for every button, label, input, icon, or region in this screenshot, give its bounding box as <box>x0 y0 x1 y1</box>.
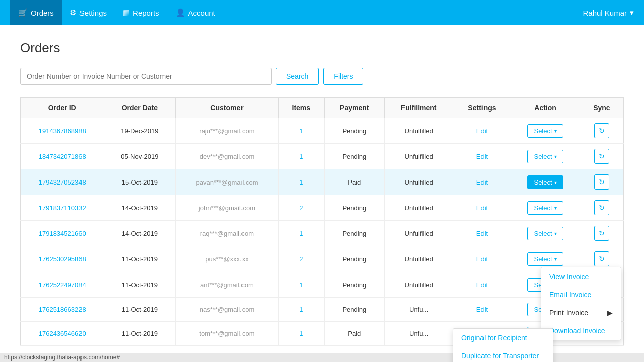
payment-status: Pending <box>324 221 384 246</box>
items-count: 1 <box>278 322 324 346</box>
navbar: 🛒 Orders ⚙ Settings ▦ Reports 👤 Account … <box>0 0 644 25</box>
edit-link[interactable]: Edit <box>476 153 488 160</box>
dropdown-print-invoice-label: Print Invoice <box>549 309 588 317</box>
dropdown-email-invoice[interactable]: Email Invoice <box>541 286 621 304</box>
fulfillment-status: Unfulfilled <box>384 169 453 195</box>
table-container: Order ID Order Date Customer Items Payme… <box>20 97 624 346</box>
edit-link[interactable]: Edit <box>476 230 488 237</box>
sync-button[interactable]: ↻ <box>594 174 609 190</box>
payment-status: Pending <box>324 272 384 298</box>
dropdown-view-invoice[interactable]: View Invoice <box>541 267 621 286</box>
nav-reports[interactable]: ▦ Reports <box>115 0 168 25</box>
table-row: 179183452166014-Oct-2019raq***@gmail.com… <box>21 221 624 246</box>
order-id-link[interactable]: 1794327052348 <box>39 178 86 186</box>
sync-button[interactable]: ↻ <box>594 200 609 215</box>
user-menu[interactable]: Rahul Kumar ▾ <box>583 8 634 17</box>
order-id-link[interactable]: 1762436546620 <box>39 330 86 337</box>
select-button[interactable]: Select ▾ <box>527 201 563 215</box>
col-order-id: Order ID <box>21 98 104 118</box>
items-count: 2 <box>278 246 324 272</box>
select-button[interactable]: Select ▾ <box>527 150 563 163</box>
fulfillment-status: Unfu... <box>384 322 453 346</box>
edit-link[interactable]: Edit <box>476 204 488 212</box>
fulfillment-status: Unfulfilled <box>384 246 453 272</box>
sync-button[interactable]: ↻ <box>594 251 609 266</box>
order-id-link[interactable]: 1791834521660 <box>39 230 86 237</box>
items-count: 1 <box>278 272 324 298</box>
status-url: https://clockstaging.thalia-apps.com/hom… <box>4 354 120 361</box>
submenu-original[interactable]: Original for Recipient <box>453 329 553 347</box>
items-count: 1 <box>278 298 324 322</box>
account-icon: 👤 <box>176 8 185 17</box>
order-id-link[interactable]: 1762530295868 <box>39 255 86 263</box>
edit-link[interactable]: Edit <box>476 178 488 186</box>
payment-status: Pending <box>324 195 384 221</box>
table-row: 184734207186805-Nov-2019dev***@gmail.com… <box>21 144 624 169</box>
table-row: 179183711033214-Oct-2019john***@gmail.co… <box>21 195 624 221</box>
select-button[interactable]: Select ▾ <box>527 227 563 240</box>
order-date: 11-Oct-2019 <box>104 322 176 346</box>
fulfillment-status: Unfu... <box>384 298 453 322</box>
submenu-duplicate[interactable]: Duplicate for Transporter <box>453 347 553 362</box>
select-button[interactable]: Select ▾ <box>527 175 563 189</box>
col-sync: Sync <box>580 98 623 118</box>
select-button[interactable]: Select ▾ <box>527 252 563 266</box>
order-date: 11-Oct-2019 <box>104 246 176 272</box>
edit-link[interactable]: Edit <box>476 281 488 289</box>
user-caret-icon: ▾ <box>630 8 634 17</box>
order-date: 14-Oct-2019 <box>104 195 176 221</box>
customer-email: john***@gmail.com <box>176 195 279 221</box>
nav-settings[interactable]: ⚙ Settings <box>62 0 115 25</box>
nav-account[interactable]: 👤 Account <box>168 0 223 25</box>
edit-link[interactable]: Edit <box>476 306 488 313</box>
payment-status: Paid <box>324 322 384 346</box>
nav-orders-label: Orders <box>31 9 54 17</box>
customer-email: raq***@gmail.com <box>176 221 279 246</box>
order-id-link[interactable]: 1762518663228 <box>39 306 86 313</box>
order-id-link[interactable]: 1791837110332 <box>39 204 86 212</box>
select-button[interactable]: Select ▾ <box>527 124 563 138</box>
page-content: Orders Search Filters Order ID Order Dat… <box>0 25 644 362</box>
search-input[interactable] <box>20 68 272 85</box>
fulfillment-status: Unfulfilled <box>384 144 453 169</box>
cart-icon: 🛒 <box>18 8 28 17</box>
col-settings: Settings <box>453 98 511 118</box>
sync-button[interactable]: ↻ <box>594 123 609 138</box>
table-row: 176253029586811-Oct-2019pus***@xxx.xx2Pe… <box>21 246 624 272</box>
col-fulfillment: Fulfillment <box>384 98 453 118</box>
order-date: 15-Oct-2019 <box>104 169 176 195</box>
dropdown-print-invoice[interactable]: Print Invoice ▶ <box>541 304 621 322</box>
order-id-link[interactable]: 1847342071868 <box>39 153 86 160</box>
search-button[interactable]: Search <box>276 68 319 85</box>
order-date: 14-Oct-2019 <box>104 221 176 246</box>
order-id-link[interactable]: 1762522497084 <box>39 281 86 289</box>
table-row: 191436786898819-Dec-2019raju***@gmail.co… <box>21 118 624 144</box>
table-row: 176251866322811-Oct-2019nas***@gmail.com… <box>21 298 624 322</box>
filters-button[interactable]: Filters <box>323 68 363 85</box>
sync-button[interactable]: ↻ <box>594 149 609 164</box>
fulfillment-status: Unfulfilled <box>384 221 453 246</box>
payment-status: Pending <box>324 118 384 144</box>
nav-account-label: Account <box>188 9 215 17</box>
items-count: 2 <box>278 195 324 221</box>
items-count: 1 <box>278 144 324 169</box>
order-date: 19-Dec-2019 <box>104 118 176 144</box>
col-action: Action <box>511 98 580 118</box>
payment-status: Pending <box>324 298 384 322</box>
customer-email: dev***@gmail.com <box>176 144 279 169</box>
sync-button[interactable]: ↻ <box>594 226 609 241</box>
col-order-date: Order Date <box>104 98 176 118</box>
edit-link[interactable]: Edit <box>476 255 488 263</box>
col-items: Items <box>278 98 324 118</box>
reports-icon: ▦ <box>123 8 130 17</box>
user-name: Rahul Kumar <box>583 9 627 17</box>
payment-status: Pending <box>324 144 384 169</box>
order-id-link[interactable]: 1914367868988 <box>39 127 86 135</box>
settings-icon: ⚙ <box>70 8 76 17</box>
fulfillment-status: Unfulfilled <box>384 118 453 144</box>
customer-email: tom***@gmail.com <box>176 322 279 346</box>
edit-link[interactable]: Edit <box>476 127 488 135</box>
submenu-arrow-icon: ▶ <box>607 309 613 317</box>
nav-orders[interactable]: 🛒 Orders <box>10 0 62 25</box>
nav-settings-label: Settings <box>79 9 107 17</box>
